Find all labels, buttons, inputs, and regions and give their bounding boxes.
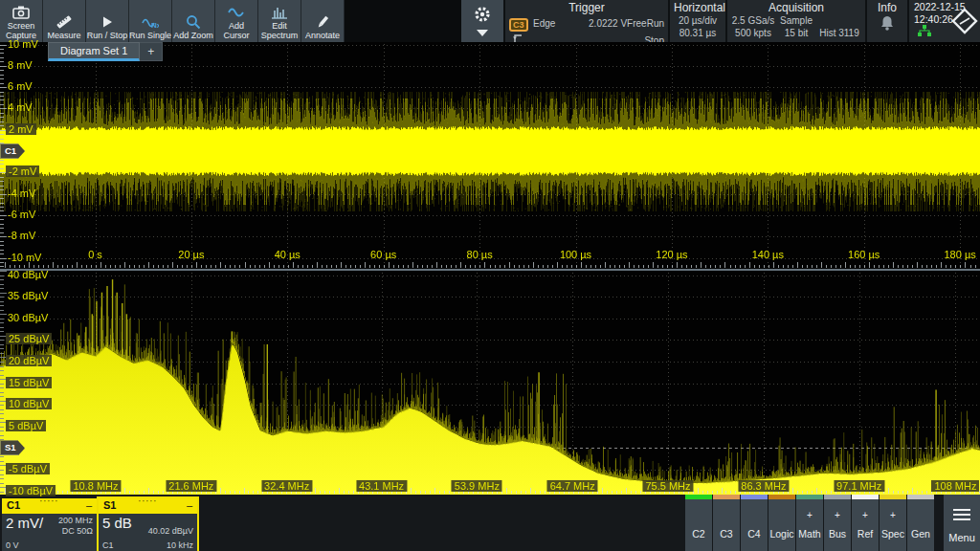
time-x-label: 80 µs bbox=[467, 249, 493, 260]
spectrum-y-label: 30 dBµV bbox=[8, 312, 48, 323]
add-cursor-button[interactable]: AddCursor bbox=[215, 0, 258, 42]
time-y-label: 6 mV bbox=[8, 80, 33, 92]
oscilloscope-screen: ScreenCaptureMeasureRun / StopNxRun Sing… bbox=[0, 0, 980, 551]
channel-color-stripe bbox=[824, 495, 851, 499]
spectrum-diagram[interactable]: 40 dBµV35 dBµV30 dBµV25 dBµV20 dBµV15 dB… bbox=[0, 271, 980, 495]
acquisition-mode: Sample bbox=[775, 14, 817, 27]
channel-color-stripe bbox=[880, 495, 906, 499]
menu-button[interactable]: Menu bbox=[944, 495, 980, 551]
c1-bandwidth: 200 MHz bbox=[58, 516, 93, 526]
wave-cursor-icon bbox=[228, 3, 245, 22]
add-tab-button[interactable]: + bbox=[140, 42, 163, 61]
play-icon bbox=[100, 12, 114, 32]
add-zoom-label: Add Zoom bbox=[173, 32, 213, 41]
spectrum-x-label: 75.5 MHz bbox=[642, 480, 693, 492]
add-zoom-button[interactable]: Add Zoom bbox=[172, 0, 215, 42]
channel-button-label: Logic bbox=[768, 528, 795, 540]
spectrum-y-label: -10 dBµV bbox=[6, 485, 56, 496]
spectrum-y-label: 10 dBµV bbox=[6, 398, 52, 409]
c1-offset: 0 V bbox=[6, 540, 19, 550]
toolbar-spacer bbox=[345, 0, 461, 42]
drag-handle-dots: ····· bbox=[40, 495, 59, 509]
menu-label: Menu bbox=[944, 532, 980, 543]
spectrum-x-label: 32.4 MHz bbox=[261, 480, 312, 492]
channel-button-c4[interactable]: C4 bbox=[741, 495, 768, 551]
spectrum-x-label: 108 MHz bbox=[931, 480, 979, 492]
spectrum-y-label: 15 dBµV bbox=[6, 377, 52, 388]
channel-button-math[interactable]: +Math bbox=[796, 495, 824, 551]
c1-signal-badge[interactable]: C1 ····· – 2 mV/ 200 MHz DC 50Ω 0 V bbox=[2, 498, 97, 551]
time-y-label: 2 mV bbox=[6, 123, 36, 135]
channel-button-ref[interactable]: +Ref bbox=[852, 495, 880, 551]
acquisition-sample-rate: 2.5 GSa/s bbox=[731, 14, 775, 27]
acquisition-history: Hist 3119 bbox=[817, 27, 861, 39]
trigger-section[interactable]: Trigger C3 Edge 2.0222 V FreeRun Stop bbox=[503, 0, 668, 42]
s1-source: C1 bbox=[102, 540, 114, 550]
time-y-label: 8 mV bbox=[8, 59, 33, 71]
toolbar: ScreenCaptureMeasureRun / StopNxRun Sing… bbox=[0, 0, 980, 42]
edit-spectrum-button[interactable]: EditSpectrum bbox=[258, 0, 301, 42]
channel-button-label: Spec bbox=[880, 528, 906, 540]
annotate-button[interactable]: Annotate bbox=[301, 0, 345, 42]
channel-color-stripe bbox=[852, 495, 879, 499]
camera-icon bbox=[12, 3, 30, 22]
acquisition-title: Acquisition bbox=[731, 1, 861, 14]
ruler-icon bbox=[56, 12, 73, 32]
spectrum-x-label: 43.1 MHz bbox=[356, 480, 407, 492]
status-bar: Trigger C3 Edge 2.0222 V FreeRun Stop Ho… bbox=[503, 0, 980, 42]
toolbar-buttons: ScreenCaptureMeasureRun / StopNxRun Sing… bbox=[0, 0, 345, 42]
time-x-label: 60 µs bbox=[370, 249, 396, 260]
channel-button-logic[interactable]: Logic bbox=[768, 495, 796, 551]
info-title: Info bbox=[871, 1, 903, 14]
time-y-label: -10 mV bbox=[8, 252, 41, 263]
measure-button[interactable]: Measure bbox=[43, 0, 86, 42]
screen-capture-button[interactable]: ScreenCapture bbox=[0, 0, 43, 42]
run-stop-button[interactable]: Run / Stop bbox=[86, 0, 129, 42]
spectrum-y-label: 5 dBµV bbox=[6, 420, 46, 431]
c1-minimize-button[interactable]: – bbox=[86, 498, 92, 513]
time-x-label: 40 µs bbox=[275, 249, 301, 260]
channel-button-spec[interactable]: +Spec bbox=[880, 495, 907, 551]
channel-color-stripe bbox=[907, 495, 934, 499]
acquisition-section[interactable]: Acquisition 2.5 GSa/s Sample 500 kpts 15… bbox=[725, 0, 865, 42]
display-area: Diagram Set 1 + 10 mV8 mV6 mV4 mV2 mV-2 … bbox=[0, 42, 980, 495]
spectrum-x-label: 97.1 MHz bbox=[834, 480, 884, 492]
acquisition-record-length: 500 kpts bbox=[731, 27, 775, 39]
tab-diagram-set-1[interactable]: Diagram Set 1 bbox=[48, 42, 140, 61]
signal-bar: C1 ····· – 2 mV/ 200 MHz DC 50Ω 0 V S1 ·… bbox=[0, 495, 980, 551]
time-diagram-canvas bbox=[0, 42, 980, 269]
horizontal-title: Horizontal bbox=[674, 1, 722, 14]
s1-signal-badge[interactable]: S1 ····· – 5 dB 40.02 dBµV C1 10 kHz bbox=[99, 498, 197, 551]
channel-button-c2[interactable]: C2 bbox=[685, 495, 713, 551]
spectrum-x-label: 21.6 MHz bbox=[166, 480, 216, 492]
channel-button-gen[interactable]: Gen bbox=[907, 495, 935, 551]
s1-rbw: 10 kHz bbox=[167, 540, 193, 550]
time-x-label: 0 s bbox=[88, 249, 102, 260]
s1-badge-name: S1 bbox=[103, 499, 116, 511]
time-y-label: -8 mV bbox=[8, 230, 35, 241]
spectrum-y-label: 20 dBµV bbox=[6, 355, 52, 366]
rohde-schwarz-logo bbox=[951, 8, 978, 38]
plus-icon: + bbox=[852, 510, 879, 520]
settings-button[interactable] bbox=[461, 0, 503, 42]
channel-color-stripe bbox=[741, 495, 768, 499]
measure-label: Measure bbox=[47, 32, 80, 41]
info-section[interactable]: Info bbox=[865, 0, 907, 42]
spectrum-y-label: 25 dBµV bbox=[6, 333, 52, 344]
channel-button-label: Bus bbox=[824, 528, 851, 540]
network-icon bbox=[917, 24, 932, 41]
time-x-label: 140 µs bbox=[752, 249, 784, 260]
channel-button-c3[interactable]: C3 bbox=[713, 495, 741, 551]
channel-button-label: Ref bbox=[852, 528, 879, 540]
plus-icon: + bbox=[824, 510, 851, 520]
run-single-button[interactable]: NxRun Single bbox=[129, 0, 172, 42]
time-y-label: 10 mV bbox=[8, 38, 38, 50]
trigger-mode: FreeRun bbox=[627, 17, 664, 30]
spectrum-diagram-canvas bbox=[0, 271, 980, 495]
horizontal-section[interactable]: Horizontal 20 µs/div 80.31 µs bbox=[668, 0, 725, 42]
time-diagram[interactable]: 10 mV8 mV6 mV4 mV2 mV-2 mV-4 mV-6 mV-8 m… bbox=[0, 42, 980, 269]
channel-button-bus[interactable]: +Bus bbox=[824, 495, 852, 551]
bell-icon bbox=[880, 18, 895, 34]
clock-section[interactable]: 2022-12-15 12:40:26 bbox=[907, 0, 979, 42]
s1-minimize-button[interactable]: – bbox=[187, 498, 192, 513]
